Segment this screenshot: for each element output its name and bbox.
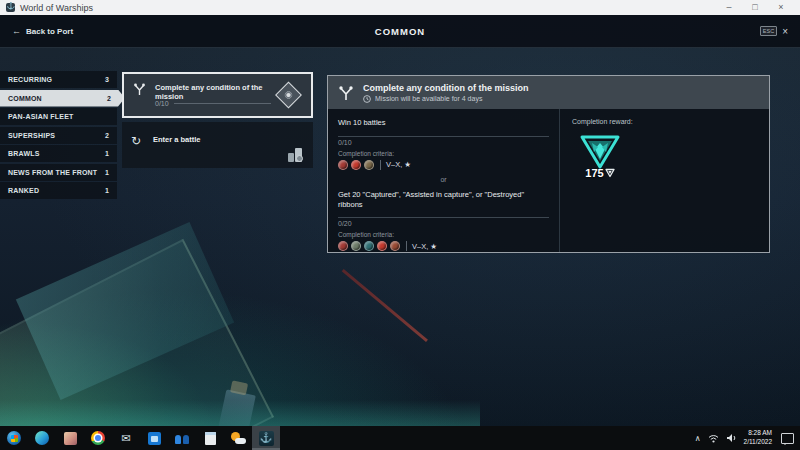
close-missions-icon[interactable]: × (782, 26, 788, 37)
esc-key-badge: ESC (760, 26, 777, 36)
sidebar-item-pan-asian-fleet[interactable]: PAN-ASIAN FLEET (0, 108, 117, 125)
category-count: 1 (105, 187, 109, 194)
clock-time: 8:28 AM (744, 429, 772, 438)
mail-icon: ✉ (121, 433, 130, 444)
window-titlebar: World of Warships – □ × (0, 0, 800, 15)
minimize-button[interactable]: – (716, 0, 742, 15)
taskbar-world-of-warships[interactable]: ⚓ (252, 426, 280, 450)
nation-flag-icon (364, 160, 374, 170)
nation-flag-icon (351, 241, 361, 251)
weather-icon (231, 432, 246, 444)
notes-icon (205, 432, 216, 445)
edge-icon (35, 431, 49, 445)
criteria-divider (380, 160, 381, 170)
background-cup (218, 389, 256, 426)
taskbar-people[interactable] (168, 426, 196, 450)
taskbar-clock[interactable]: 8:28 AM 2/11/2022 (744, 429, 772, 447)
repeat-icon: ↻ (131, 131, 141, 149)
taskbar-weather[interactable] (224, 426, 252, 450)
background-map (16, 222, 234, 400)
background-board (0, 239, 274, 426)
windows-taskbar: ✉ ⚓ ∧ 8:28 AM 2/11/2022 (0, 426, 800, 450)
game-window: ← Back to Port COMMON ESC × RECURRING 3 … (0, 15, 800, 426)
network-icon[interactable] (708, 434, 719, 443)
store-icon (148, 432, 161, 445)
clock-date: 2/11/2022 (744, 438, 772, 447)
nation-flag-icon (338, 160, 348, 170)
photos-icon (64, 432, 77, 445)
nation-flag-icon (364, 241, 374, 251)
sidebar-item-superships[interactable]: SUPERSHIPS 2 (0, 127, 117, 144)
tray-chevron-icon[interactable]: ∧ (695, 434, 701, 443)
mission-card-title: Enter a battle (153, 135, 273, 144)
category-count: 2 (107, 95, 111, 102)
conditions-column: Win 10 battles 0/10 Completion criteria:… (328, 109, 560, 252)
missions-header: ← Back to Port COMMON ESC × (0, 15, 800, 48)
mission-detail-header: Complete any condition of the mission Mi… (328, 76, 769, 109)
progress-track (338, 217, 549, 218)
system-tray: ∧ 8:28 AM 2/11/2022 (695, 429, 800, 447)
background-glow (0, 400, 480, 426)
sidebar-item-common[interactable]: COMMON 2 (0, 90, 125, 107)
or-label: or (338, 176, 549, 183)
condition-progress: 0/10 (338, 139, 549, 146)
criteria-divider (406, 241, 407, 251)
taskbar-notes[interactable] (196, 426, 224, 450)
nation-flags (338, 160, 377, 170)
world-of-warships-icon: ⚓ (259, 431, 274, 446)
nation-flags (338, 241, 403, 251)
screen: World of Warships – □ × ← Back to Port C… (0, 0, 800, 450)
sidebar-item-brawls[interactable]: BRAWLS 1 (0, 145, 117, 162)
people-icon (175, 432, 189, 444)
start-button[interactable] (0, 426, 28, 450)
doubloon-currency-icon (605, 168, 615, 178)
condition-progress: 0/20 (338, 220, 549, 227)
resources-reward-icon (287, 147, 303, 162)
mission-card-enter-a-battle[interactable]: ↻ Enter a battle (122, 122, 313, 168)
tier-range: V–X, ★ (386, 160, 411, 169)
condition-text: Get 20 "Captured", "Assisted in capture"… (338, 190, 549, 210)
volume-icon[interactable] (726, 433, 737, 443)
taskbar-mail[interactable]: ✉ (112, 426, 140, 450)
condition-text: Win 10 battles (338, 118, 549, 128)
mission-availability: Mission will be available for 4 days (375, 95, 482, 102)
progress-track (174, 103, 271, 104)
category-count: 2 (105, 132, 109, 139)
taskbar-photos[interactable] (56, 426, 84, 450)
close-button[interactable]: × (768, 0, 794, 15)
criteria-label: Completion criteria: (338, 231, 549, 238)
reward-column: Completion reward: 175 (560, 109, 769, 252)
mission-branch-icon (133, 83, 146, 96)
tier-range: V–X, ★ (412, 242, 437, 251)
taskbar-edge[interactable] (28, 426, 56, 450)
clock-icon (363, 95, 371, 103)
mission-card-complete-any-condition[interactable]: Complete any condition of the mission 0/… (122, 72, 313, 118)
page-title: COMMON (0, 26, 800, 37)
taskbar-chrome[interactable] (84, 426, 112, 450)
app-icon (6, 3, 15, 12)
mission-card-title: Complete any condition of the mission (155, 83, 271, 102)
nation-flag-icon (351, 160, 361, 170)
category-count: 3 (105, 76, 109, 83)
reward-label: Completion reward: (572, 118, 757, 125)
doubloon-reward-icon (275, 82, 302, 109)
sidebar-item-recurring[interactable]: RECURRING 3 (0, 71, 117, 88)
mission-list: Complete any condition of the mission 0/… (122, 72, 313, 172)
nation-flag-icon (338, 241, 348, 251)
sidebar-item-ranked[interactable]: RANKED 1 (0, 182, 117, 199)
reward-amount: 175 (585, 167, 603, 179)
progress-track (338, 136, 549, 137)
mission-detail-panel: Complete any condition of the mission Mi… (327, 75, 770, 253)
mission-categories-sidebar: RECURRING 3 COMMON 2 PAN-ASIAN FLEET SUP… (0, 71, 130, 201)
category-count: 1 (105, 169, 109, 176)
notification-center-icon[interactable] (781, 433, 794, 444)
taskbar-store[interactable] (140, 426, 168, 450)
category-count: 1 (105, 150, 109, 157)
criteria-label: Completion criteria: (338, 150, 549, 157)
mission-branch-icon (338, 85, 354, 101)
mission-progress: 0/10 (155, 100, 169, 107)
windows-start-icon (7, 431, 21, 445)
maximize-button[interactable]: □ (742, 0, 768, 15)
doubloons-icon: 175 (578, 133, 622, 179)
sidebar-item-news-from-the-front[interactable]: NEWS FROM THE FRONT 1 (0, 164, 117, 181)
